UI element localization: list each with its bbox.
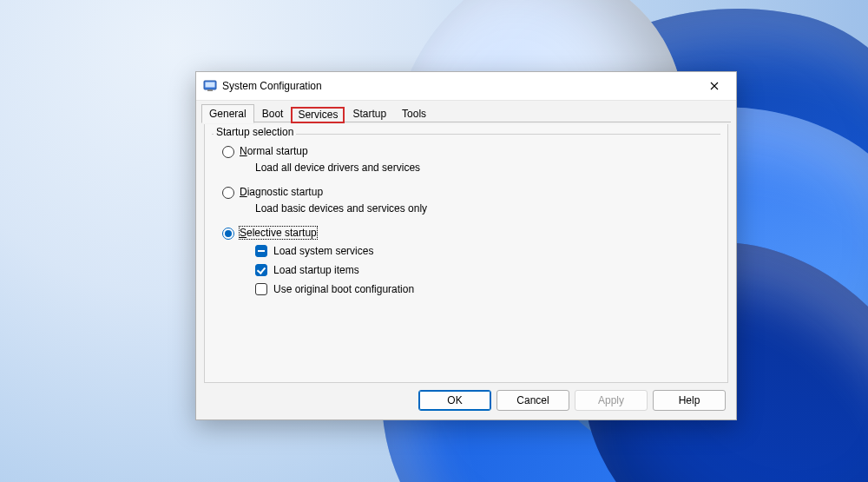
checkbox-load-startup-items[interactable]: Load startup items	[255, 264, 710, 276]
checkbox-label: Use original boot configuration	[273, 283, 414, 295]
radio-icon	[222, 228, 234, 240]
radio-icon	[222, 187, 234, 199]
apply-button: Apply	[575, 390, 648, 411]
radio-label: Selective startup	[240, 227, 317, 239]
tab-services[interactable]: Services	[291, 107, 345, 123]
radio-label: Normal startup	[240, 145, 308, 157]
help-button[interactable]: Help	[653, 390, 726, 411]
diagnostic-startup-desc: Load basic devices and services only	[255, 202, 710, 215]
window-title: System Configuration	[222, 80, 698, 92]
normal-startup-desc: Load all device drivers and services	[255, 162, 710, 174]
startup-selection-label: Startup selection	[214, 126, 296, 138]
checkbox-label: Load startup items	[273, 264, 359, 276]
radio-icon	[222, 146, 234, 158]
svg-rect-2	[207, 89, 213, 91]
close-button[interactable]	[698, 74, 731, 98]
ok-button[interactable]: OK	[418, 390, 491, 411]
startup-options: Normal startup Load all device drivers a…	[222, 145, 710, 302]
radio-normal-startup[interactable]: Normal startup	[222, 145, 710, 158]
checkbox-use-original-boot[interactable]: Use original boot configuration	[255, 283, 710, 295]
checkbox-icon	[255, 283, 267, 295]
dialog-buttons: OK Cancel Apply Help	[418, 390, 726, 411]
svg-rect-1	[206, 83, 215, 88]
tab-boot[interactable]: Boot	[254, 105, 292, 122]
msconfig-icon	[203, 79, 217, 93]
system-configuration-dialog: System Configuration General Boot Servic…	[195, 71, 737, 420]
tab-bar: General Boot Services Startup Tools	[196, 101, 736, 122]
radio-label: Diagnostic startup	[240, 186, 323, 198]
selective-sub-options: Load system services Load startup items …	[255, 245, 710, 295]
radio-selective-startup[interactable]: Selective startup	[222, 227, 710, 240]
general-panel: Startup selection Normal startup Load al…	[204, 124, 728, 383]
desktop-wallpaper: System Configuration General Boot Servic…	[0, 0, 868, 482]
tab-startup[interactable]: Startup	[345, 105, 394, 122]
radio-diagnostic-startup[interactable]: Diagnostic startup	[222, 186, 710, 199]
tab-general[interactable]: General	[201, 104, 254, 123]
titlebar: System Configuration	[196, 72, 736, 101]
checkbox-icon	[255, 264, 267, 276]
checkbox-load-system-services[interactable]: Load system services	[255, 245, 710, 257]
checkbox-icon	[255, 245, 267, 257]
checkbox-label: Load system services	[273, 245, 373, 257]
tab-tools[interactable]: Tools	[394, 105, 434, 122]
cancel-button[interactable]: Cancel	[496, 390, 569, 411]
